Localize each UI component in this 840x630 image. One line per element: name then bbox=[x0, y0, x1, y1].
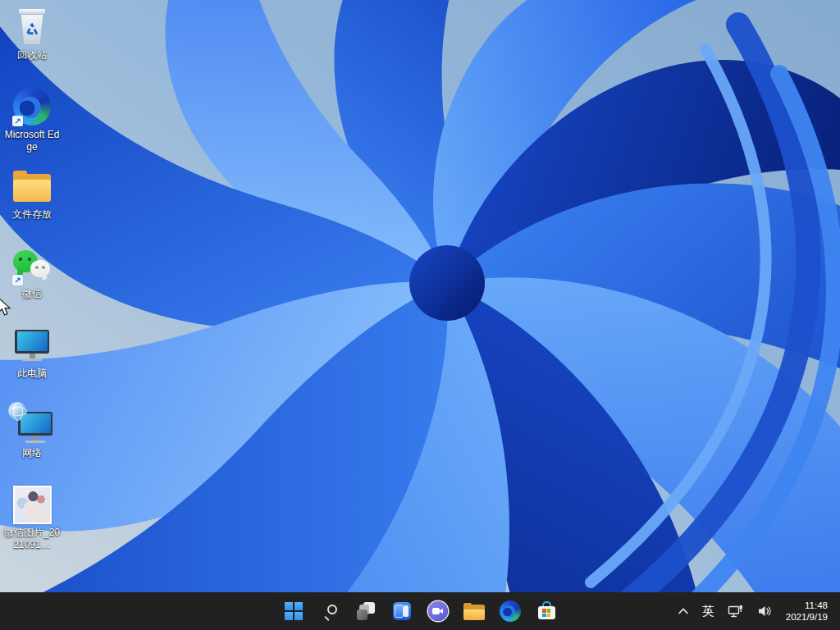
desktop-icon-label: 微信 bbox=[3, 288, 61, 300]
this-pc-icon bbox=[11, 325, 52, 366]
search-button[interactable] bbox=[313, 595, 346, 628]
desktop-icon-label: 微信图片_2021091… bbox=[3, 527, 61, 551]
recycle-bin-lid bbox=[19, 9, 45, 14]
wechat-icon: ↗ bbox=[11, 245, 52, 286]
task-view-button[interactable] bbox=[349, 595, 382, 628]
chat-video-icon bbox=[428, 601, 448, 621]
shortcut-arrow-icon: ↗ bbox=[12, 275, 23, 285]
widgets-icon bbox=[393, 602, 411, 620]
edge-taskbar-button[interactable] bbox=[494, 595, 527, 628]
folder-icon bbox=[11, 166, 52, 207]
taskbar: 英 11:48 2021/9/ bbox=[0, 592, 840, 630]
ime-label: 英 bbox=[702, 604, 714, 619]
clock[interactable]: 11:48 2021/9/19 bbox=[782, 596, 832, 626]
microsoft-store-icon bbox=[537, 601, 555, 621]
wallpaper-bloom bbox=[0, 0, 840, 592]
chevron-up-icon bbox=[678, 607, 689, 615]
file-explorer-icon bbox=[463, 603, 485, 620]
desktop-icon-label: Microsoft Edge bbox=[3, 129, 61, 153]
widgets-button[interactable] bbox=[386, 595, 418, 628]
tray-time: 11:48 bbox=[805, 600, 828, 611]
ime-indicator[interactable]: 英 bbox=[698, 596, 719, 626]
desktop-icon-label: 文件存放 bbox=[3, 208, 61, 221]
system-tray: 英 11:48 2021/9/ bbox=[673, 592, 840, 630]
desktop-icon-edge[interactable]: ↗ Microsoft Edge bbox=[2, 86, 62, 153]
file-explorer-button[interactable] bbox=[458, 595, 491, 628]
desktop-icon-this-pc[interactable]: 此电脑 bbox=[2, 325, 62, 380]
network-icon bbox=[11, 404, 52, 445]
chat-button[interactable] bbox=[422, 595, 454, 628]
desktop-icon-recycle-bin[interactable]: 回收站 bbox=[2, 7, 62, 62]
tray-date: 2021/9/19 bbox=[786, 611, 828, 623]
microsoft-store-button[interactable] bbox=[530, 595, 563, 628]
task-view-icon bbox=[357, 602, 375, 620]
tray-overflow-button[interactable] bbox=[673, 596, 693, 626]
desktop-icon-wechat[interactable]: ↗ 微信 bbox=[2, 245, 62, 300]
desktop: 回收站 ↗ Microsoft Edge 文件存放 ↗ 微信 bbox=[0, 0, 840, 630]
desktop-icon-label: 此电脑 bbox=[3, 368, 61, 380]
globe-icon bbox=[8, 402, 26, 420]
shortcut-arrow-icon: ↗ bbox=[12, 116, 23, 126]
desktop-icon-label: 网络 bbox=[3, 447, 61, 459]
edge-icon bbox=[500, 600, 521, 622]
volume-tray-button[interactable] bbox=[753, 596, 777, 626]
desktop-icon-folder[interactable]: 文件存放 bbox=[2, 166, 62, 221]
start-button[interactable] bbox=[277, 595, 310, 628]
windows-logo-icon bbox=[285, 602, 303, 620]
wechat-image-thumbnail bbox=[11, 484, 52, 525]
recycle-bin-icon bbox=[11, 7, 52, 48]
desktop-icon-label: 回收站 bbox=[3, 49, 61, 62]
edge-icon: ↗ bbox=[11, 86, 52, 127]
speaker-icon bbox=[757, 605, 773, 618]
wired-network-icon bbox=[728, 605, 744, 619]
desktop-icon-network[interactable]: 网络 bbox=[2, 404, 62, 459]
search-icon bbox=[323, 605, 337, 619]
desktop-icon-wechat-image[interactable]: 微信图片_2021091… bbox=[2, 484, 62, 551]
recycle-symbol-icon bbox=[23, 21, 41, 39]
network-tray-button[interactable] bbox=[724, 596, 748, 626]
